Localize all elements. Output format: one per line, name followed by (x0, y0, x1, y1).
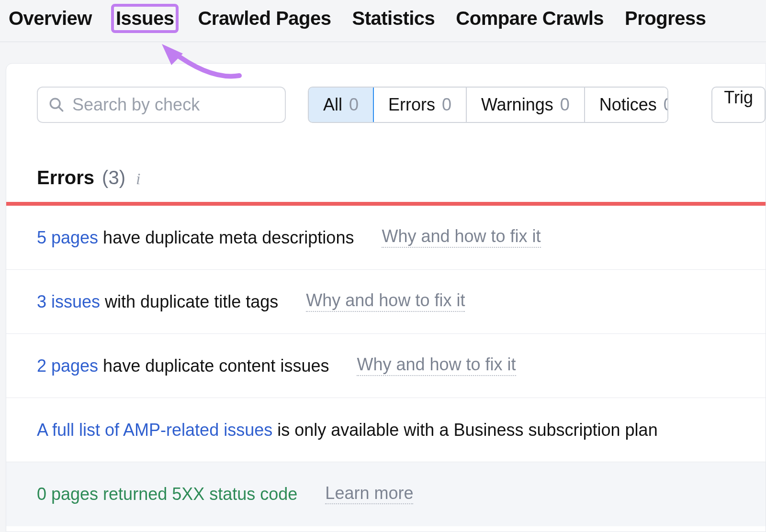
filter-errors-count: 0 (442, 95, 451, 115)
issue-rest-text: have duplicate meta descriptions (98, 228, 354, 247)
issue-text: A full list of AMP-related issues is onl… (37, 420, 658, 440)
issue-text: 3 issues with duplicate title tags (37, 292, 278, 312)
filter-all-count: 0 (349, 95, 359, 115)
search-field[interactable] (37, 87, 286, 123)
issue-help-link[interactable]: Why and how to fix it (382, 227, 541, 248)
filter-errors[interactable]: Errors 0 (374, 88, 467, 122)
issue-link[interactable]: 2 pages (37, 356, 98, 376)
tab-crawled-pages[interactable]: Crawled Pages (196, 7, 333, 30)
filter-group: All 0 Errors 0 Warnings 0 Notices 0 (308, 87, 668, 123)
tab-issues[interactable]: Issues (111, 4, 179, 33)
issue-help-link[interactable]: Learn more (325, 484, 413, 505)
filter-errors-label: Errors (388, 95, 435, 115)
issues-panel: All 0 Errors 0 Warnings 0 Notices 0 Trig… (6, 63, 766, 532)
issue-row: 3 issues with duplicate title tagsWhy an… (6, 270, 766, 334)
info-icon[interactable]: i (133, 170, 140, 188)
issue-rest-text: with duplicate title tags (100, 292, 278, 311)
filter-notices-count: 0 (664, 95, 669, 115)
top-tabs: Overview Issues Crawled Pages Statistics… (0, 0, 766, 42)
issue-link[interactable]: A full list of AMP-related issues (37, 420, 272, 440)
filter-all[interactable]: All 0 (308, 87, 374, 123)
issue-row: A full list of AMP-related issues is onl… (6, 398, 766, 462)
tab-statistics[interactable]: Statistics (350, 7, 437, 30)
errors-section-heading: Errors (3) i (6, 123, 766, 202)
filter-notices-label: Notices (599, 95, 657, 115)
filter-warnings-label: Warnings (481, 95, 553, 115)
filter-notices[interactable]: Notices 0 (585, 88, 669, 122)
issues-list: 5 pages have duplicate meta descriptions… (6, 206, 766, 526)
issue-link[interactable]: 3 issues (37, 292, 100, 311)
tab-compare-crawls[interactable]: Compare Crawls (454, 7, 606, 30)
issue-text: 0 pages returned 5XX status code (37, 484, 297, 504)
search-icon (48, 97, 65, 113)
issue-row: 2 pages have duplicate content issuesWhy… (6, 334, 766, 398)
tab-overview[interactable]: Overview (7, 7, 94, 30)
section-title: Errors (37, 167, 94, 188)
trigger-button[interactable]: Trig (711, 87, 766, 123)
filter-warnings[interactable]: Warnings 0 (467, 88, 585, 122)
section-count: (3) (102, 167, 125, 188)
issue-help-link[interactable]: Why and how to fix it (357, 355, 516, 376)
search-input[interactable] (72, 95, 274, 115)
svg-line-2 (59, 107, 63, 111)
issue-row: 0 pages returned 5XX status codeLearn mo… (6, 462, 766, 526)
tab-progress[interactable]: Progress (623, 7, 708, 30)
toolbar: All 0 Errors 0 Warnings 0 Notices 0 Trig (6, 64, 766, 123)
issue-rest-text: have duplicate content issues (98, 356, 329, 376)
issue-rest-text: is only available with a Business subscr… (272, 420, 657, 440)
issue-help-link[interactable]: Why and how to fix it (306, 291, 465, 312)
issue-text: 5 pages have duplicate meta descriptions (37, 228, 354, 248)
errors-divider (6, 202, 766, 206)
issue-text: 2 pages have duplicate content issues (37, 356, 329, 376)
issue-link[interactable]: 5 pages (37, 228, 98, 247)
issue-link[interactable]: 0 pages returned 5XX status code (37, 484, 297, 504)
filter-all-label: All (323, 95, 342, 115)
svg-marker-0 (162, 44, 183, 65)
issue-row: 5 pages have duplicate meta descriptions… (6, 206, 766, 270)
filter-warnings-count: 0 (560, 95, 570, 115)
